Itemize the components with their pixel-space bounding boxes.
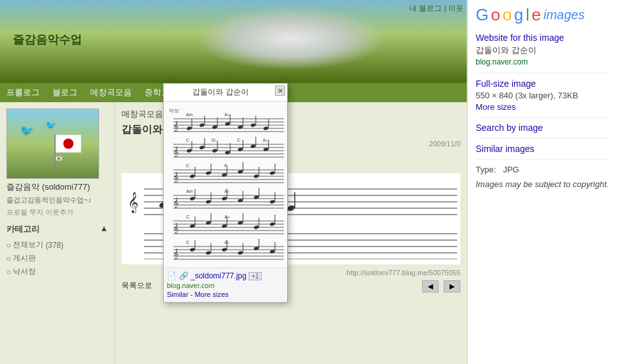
- nav-blog[interactable]: 블로그: [52, 87, 77, 98]
- svg-point-87: [263, 148, 269, 152]
- google-wordmark: G o o g l e: [476, 5, 541, 25]
- svg-text:A♭: A♭: [224, 112, 230, 117]
- svg-text:C: C: [237, 138, 240, 142]
- google-letter-o2: o: [503, 5, 512, 24]
- svg-text:𝄞: 𝄞: [173, 197, 178, 209]
- file-link-text[interactable]: _soldomi777.jpg: [191, 271, 246, 280]
- profile-desc: 즐겁고감동적인음악수업~♪: [6, 195, 108, 205]
- svg-point-99: [205, 171, 211, 176]
- svg-text:C: C: [186, 138, 189, 142]
- category-board-label[interactable]: 게시판: [13, 253, 36, 264]
- category-header: 카테고리 ▲: [6, 224, 108, 235]
- svg-text:𝄞: 𝄞: [128, 192, 139, 214]
- popup-file-section: 📄 🔗 _soldomi777.jpg +1 blog.naver.com Si…: [164, 268, 287, 302]
- sidebar: 🐦 🐦 🐦 🇰🇷 즐감음악 (soldomi777) 즐겁고감동적인음악수업~♪…: [0, 102, 115, 364]
- file-badge: +1: [249, 272, 261, 280]
- file-download-link[interactable]: 🔗 _soldomi777.jpg: [179, 271, 246, 280]
- nav-songs[interactable]: 메창곡모음: [90, 87, 132, 98]
- svg-point-53: [199, 123, 205, 128]
- svg-point-117: [189, 197, 195, 201]
- svg-point-159: [205, 251, 211, 255]
- svg-point-24: [286, 204, 295, 212]
- svg-point-147: [269, 222, 275, 227]
- popup-music-svg: 악보 Am A♭ 𝄞: [167, 105, 284, 268]
- blog-panel: 내 블로그 | 이웃 즐감음악수업 프롤로그 블로그 메창곡모음 중학교음악: [0, 0, 467, 364]
- svg-point-127: [269, 200, 275, 204]
- type-value: JPG: [503, 165, 519, 174]
- category-item-scribble[interactable]: ○ 낙서장: [6, 265, 108, 278]
- google-letter-g2: g: [514, 5, 523, 24]
- svg-text:C: C: [186, 215, 189, 219]
- svg-text:🐦: 🐦: [20, 124, 35, 138]
- website-subtitle: 갑돌이와 갑순이: [476, 45, 609, 56]
- similar-text[interactable]: Similar: [167, 291, 189, 298]
- category-scribble-label[interactable]: 낙서장: [13, 266, 36, 277]
- profile-links[interactable]: 프로필 쭈지 이웃추가: [6, 208, 108, 217]
- similar-images-link[interactable]: Similar images: [476, 144, 609, 154]
- divider-2: [476, 117, 609, 118]
- svg-point-51: [186, 126, 192, 131]
- divider-3: [476, 138, 609, 139]
- next-button[interactable]: ▶: [444, 280, 460, 292]
- website-link[interactable]: Website for this image: [476, 33, 609, 43]
- category-all-count: (378): [45, 241, 63, 250]
- svg-text:𝄞: 𝄞: [173, 146, 178, 158]
- type-label: Type:: [476, 165, 496, 174]
- svg-point-81: [224, 151, 230, 155]
- svg-point-161: [221, 248, 227, 252]
- category-all-label[interactable]: 전체보기: [13, 239, 43, 250]
- svg-text:D♭: D♭: [212, 138, 217, 142]
- more-sizes-text[interactable]: More sizes: [194, 291, 228, 298]
- svg-point-83: [237, 148, 243, 152]
- svg-text:Am: Am: [186, 189, 193, 193]
- divider-4: [476, 159, 609, 160]
- svg-text:𝄞: 𝄞: [173, 172, 178, 183]
- fullsize-link[interactable]: Full-size image: [476, 79, 609, 89]
- svg-point-6: [63, 139, 74, 149]
- svg-text:𝄞: 𝄞: [173, 121, 178, 132]
- svg-text:C: C: [186, 240, 189, 245]
- category-item-all[interactable]: ○ 전체보기 (378): [6, 238, 108, 252]
- similar-link[interactable]: Similar - More sizes: [167, 291, 229, 298]
- svg-point-107: [269, 171, 275, 176]
- svg-text:A♭: A♭: [263, 138, 268, 142]
- google-letter-e: e: [532, 5, 541, 24]
- svg-point-125: [253, 195, 259, 200]
- nav-prologue[interactable]: 프롤로그: [6, 87, 40, 98]
- profile-image: 🐦 🐦 🐦 🇰🇷: [6, 109, 99, 179]
- post-url[interactable]: http://soldomi777.blog.me/50075055: [347, 269, 460, 277]
- svg-text:𝄞: 𝄞: [173, 223, 178, 234]
- profile-name: 즐감음악 (soldomi777): [6, 181, 108, 193]
- category-item-board[interactable]: ○ 게시판: [6, 252, 108, 265]
- popup-sheet-content: 악보 Am A♭ 𝄞: [164, 102, 287, 268]
- copyright-notice: Images may be subject to copyright.: [476, 179, 609, 189]
- file-icon: 🔗: [179, 271, 189, 280]
- more-sizes-link[interactable]: More sizes: [476, 102, 516, 112]
- svg-point-85: [250, 144, 256, 149]
- svg-point-137: [189, 224, 195, 229]
- top-nav[interactable]: 내 블로그 | 이웃: [409, 3, 464, 14]
- svg-point-145: [253, 225, 259, 230]
- svg-point-103: [237, 170, 243, 174]
- post-bottom-link[interactable]: 목록으로: [121, 280, 152, 292]
- svg-point-167: [269, 250, 275, 254]
- svg-point-97: [189, 174, 195, 179]
- google-panel: G o o g l e images Website for this imag…: [467, 0, 617, 364]
- svg-point-101: [221, 173, 227, 178]
- svg-text:C: C: [186, 163, 189, 168]
- svg-text:𝄞: 𝄞: [173, 248, 178, 260]
- google-images-text: images: [543, 8, 584, 22]
- google-letter-l: l: [526, 5, 529, 24]
- blog-header: 내 블로그 | 이웃 즐감음악수업: [0, 0, 467, 83]
- popup-close-button[interactable]: ✕: [275, 86, 285, 96]
- prev-button[interactable]: ◀: [422, 280, 439, 292]
- svg-point-105: [253, 174, 259, 179]
- svg-point-165: [253, 246, 259, 251]
- svg-point-157: [189, 248, 195, 252]
- category-arrow[interactable]: ▲: [100, 224, 108, 235]
- search-by-image-link[interactable]: Search by image: [476, 123, 609, 133]
- google-letter-o1: o: [491, 5, 500, 24]
- svg-point-141: [221, 224, 227, 229]
- google-logo: G o o g l e images: [476, 5, 609, 25]
- svg-point-63: [263, 126, 269, 131]
